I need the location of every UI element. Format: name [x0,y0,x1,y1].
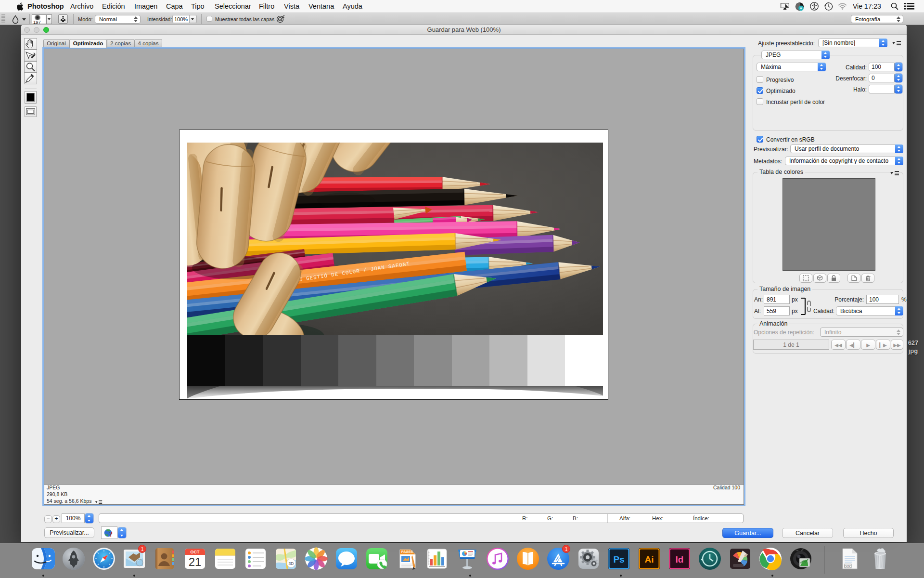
svg-text:?: ? [109,531,113,538]
svg-text:Id: Id [676,554,684,565]
svg-text:21: 21 [189,555,202,568]
svg-text:Ps: Ps [613,554,624,565]
svg-text:3D: 3D [289,561,294,566]
svg-text:Ai: Ai [645,554,654,565]
svg-text:PAGES: PAGES [401,550,413,553]
svg-text:OCT: OCT [191,550,200,554]
svg-text:DOC: DOC [845,565,852,568]
